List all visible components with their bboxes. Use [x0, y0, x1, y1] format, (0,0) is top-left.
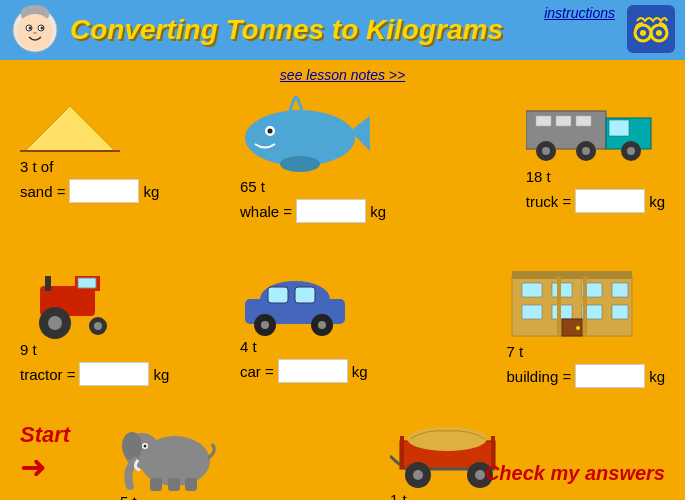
- whale-label: whale =: [240, 201, 292, 222]
- instructions-link[interactable]: instructions: [544, 5, 615, 21]
- whale-icon: [240, 96, 370, 176]
- sand-answer-row: sand = kg: [20, 179, 159, 203]
- truck-tonnes-label: 18 t: [526, 166, 551, 187]
- content-area: 3 t of sand = kg 65 t whale =: [0, 86, 685, 500]
- truck-input[interactable]: [575, 189, 645, 213]
- svg-rect-72: [168, 478, 180, 491]
- svg-rect-55: [552, 283, 572, 297]
- svg-point-49: [261, 321, 269, 329]
- building-input[interactable]: [575, 364, 645, 388]
- header: Converting Tonnes to Kilograms instructi…: [0, 0, 685, 60]
- tractor-kg: kg: [153, 366, 169, 383]
- svg-point-80: [413, 470, 423, 480]
- svg-line-83: [390, 456, 400, 465]
- car-answer-row: car = kg: [240, 359, 368, 383]
- tractor-answer-row: tractor = kg: [20, 362, 169, 386]
- check-label[interactable]: Check my answers: [485, 460, 665, 486]
- instructions-icon: [627, 5, 675, 53]
- svg-point-28: [542, 147, 550, 155]
- check-section: Check my answers: [485, 460, 665, 486]
- whale-answer-row: whale = kg: [240, 199, 386, 223]
- building-group: 7 t building = kg: [507, 261, 665, 388]
- building-tonnes-label: 7 t: [507, 341, 524, 362]
- sand-group: 3 t of sand = kg: [20, 101, 159, 203]
- svg-rect-61: [612, 305, 628, 319]
- svg-rect-57: [612, 283, 628, 297]
- tractor-tonnes-label: 9 t: [20, 339, 37, 360]
- svg-rect-37: [45, 276, 51, 291]
- whale-kg: kg: [370, 203, 386, 220]
- elephant-group: 5 t elephant = kg: [120, 416, 284, 500]
- car-tonnes-label: 4 t: [240, 336, 257, 357]
- svg-point-30: [582, 147, 590, 155]
- tractor-group: 9 t tractor = kg: [20, 271, 169, 386]
- car-label: car =: [240, 361, 274, 382]
- svg-point-9: [33, 32, 37, 34]
- svg-rect-39: [78, 278, 96, 288]
- svg-point-7: [29, 27, 32, 30]
- svg-rect-65: [583, 276, 587, 336]
- svg-rect-46: [268, 287, 288, 303]
- svg-rect-33: [536, 116, 551, 126]
- building-answer-row: building = kg: [507, 364, 665, 388]
- svg-point-22: [268, 129, 273, 134]
- svg-point-51: [318, 321, 326, 329]
- sand-kg: kg: [143, 183, 159, 200]
- svg-rect-53: [512, 271, 632, 279]
- lesson-notes-link[interactable]: see lesson notes >>: [280, 67, 405, 83]
- car-kg: kg: [352, 363, 368, 380]
- svg-rect-71: [150, 478, 162, 491]
- truck-icon: [526, 96, 656, 166]
- lesson-notes-bar: see lesson notes >>: [0, 60, 685, 86]
- start-section: Start ➜: [20, 422, 70, 486]
- truck-kg: kg: [649, 193, 665, 210]
- truck-group: 18 t truck = kg: [526, 96, 665, 213]
- car-group: 4 t car = kg: [240, 271, 368, 383]
- trailer-tonnes-label: 1 t: [390, 489, 407, 500]
- svg-marker-20: [350, 116, 370, 151]
- tractor-label: tractor =: [20, 364, 75, 385]
- sand-input[interactable]: [69, 179, 139, 203]
- mascot-icon: [10, 5, 60, 55]
- whale-input[interactable]: [296, 199, 366, 223]
- svg-point-32: [627, 147, 635, 155]
- car-icon: [240, 271, 350, 336]
- svg-point-70: [144, 445, 147, 448]
- svg-point-82: [475, 470, 485, 480]
- svg-point-15: [640, 30, 646, 36]
- svg-point-43: [94, 322, 102, 330]
- building-icon: [507, 261, 637, 341]
- svg-rect-64: [557, 276, 561, 336]
- svg-rect-35: [576, 116, 591, 126]
- svg-rect-47: [295, 287, 315, 303]
- sand-tonnes-label: 3 t of: [20, 156, 53, 177]
- svg-point-8: [41, 27, 44, 30]
- svg-point-23: [280, 156, 320, 172]
- svg-rect-26: [609, 120, 629, 136]
- tractor-icon: [20, 271, 120, 339]
- sand-icon: [20, 101, 120, 156]
- whale-tonnes-label: 65 t: [240, 176, 265, 197]
- svg-point-41: [48, 316, 62, 330]
- tractor-input[interactable]: [79, 362, 149, 386]
- start-label: Start: [20, 422, 70, 448]
- car-input[interactable]: [278, 359, 348, 383]
- elephant-icon: [120, 416, 220, 491]
- svg-rect-54: [522, 283, 542, 297]
- svg-point-63: [576, 326, 580, 330]
- svg-point-68: [122, 432, 142, 460]
- truck-label: truck =: [526, 191, 571, 212]
- svg-point-16: [656, 30, 662, 36]
- building-label: building =: [507, 366, 572, 387]
- page-title: Converting Tonnes to Kilograms: [70, 14, 503, 46]
- start-arrow[interactable]: ➜: [20, 448, 47, 486]
- whale-group: 65 t whale = kg: [240, 96, 386, 223]
- svg-rect-59: [552, 305, 572, 319]
- truck-answer-row: truck = kg: [526, 189, 665, 213]
- sand-label: sand =: [20, 181, 65, 202]
- building-kg: kg: [649, 368, 665, 385]
- svg-rect-58: [522, 305, 542, 319]
- svg-rect-34: [556, 116, 571, 126]
- elephant-tonnes-label: 5 t: [120, 491, 137, 500]
- svg-marker-17: [25, 106, 115, 151]
